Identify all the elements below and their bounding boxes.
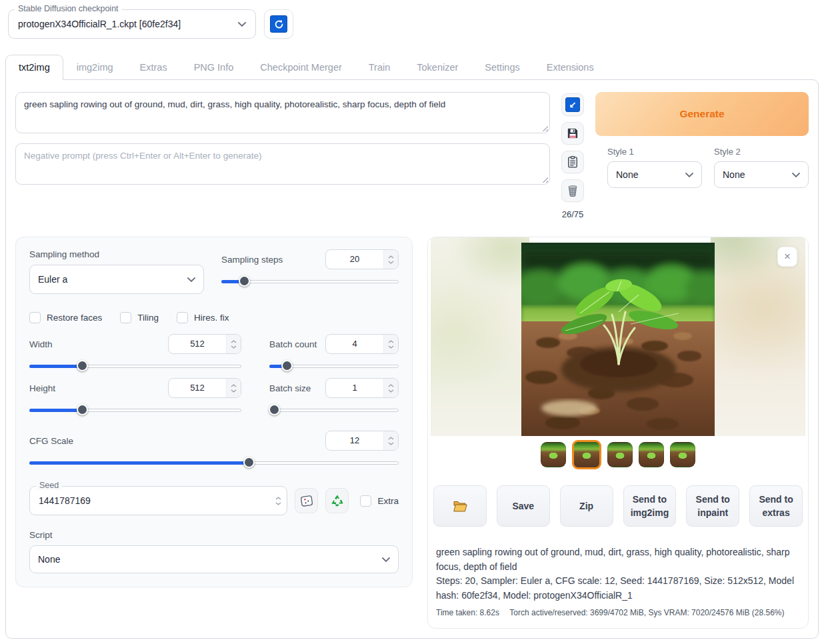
- seed-stepper[interactable]: [269, 497, 287, 505]
- batch-size-value: 1: [326, 379, 383, 397]
- output-panel: × Save Zip S: [427, 237, 809, 629]
- tab-train[interactable]: Train: [355, 55, 404, 80]
- slider-thumb[interactable]: [281, 360, 293, 371]
- cfg-scale-stepper[interactable]: [383, 431, 398, 450]
- refresh-checkpoint-button[interactable]: [264, 9, 293, 39]
- slider-thumb[interactable]: [269, 404, 280, 415]
- tab-extensions[interactable]: Extensions: [533, 55, 607, 80]
- restore-faces-checkbox[interactable]: Restore faces: [29, 312, 102, 323]
- gallery-thumbnail-3[interactable]: [607, 442, 633, 467]
- token-counter: 26/75: [562, 209, 584, 219]
- extra-label: Extra: [377, 496, 399, 506]
- batch-count-slider[interactable]: [269, 360, 399, 372]
- batch-size-slider[interactable]: [269, 404, 399, 416]
- cfg-scale-value: 12: [326, 431, 383, 450]
- save-button[interactable]: Save: [497, 485, 550, 527]
- slider-thumb[interactable]: [243, 457, 255, 468]
- tab-checkpoint-merger[interactable]: Checkpoint Merger: [247, 55, 355, 80]
- close-icon: ×: [784, 250, 791, 263]
- slider-thumb[interactable]: [239, 275, 250, 287]
- gallery-thumbnail-2-selected[interactable]: [572, 440, 601, 469]
- height-slider[interactable]: [29, 404, 241, 416]
- negative-prompt-input[interactable]: [15, 143, 550, 185]
- batch-size-stepper[interactable]: [383, 379, 398, 397]
- slider-track: [269, 409, 399, 412]
- send-to-extras-button[interactable]: Send to extras: [749, 485, 803, 527]
- sampling-steps-label: Sampling steps: [221, 255, 283, 265]
- style1-dropdown[interactable]: None: [607, 161, 702, 188]
- height-value: 512: [169, 379, 226, 397]
- chevron-down-icon: [792, 173, 800, 177]
- tab-png-info[interactable]: PNG Info: [181, 55, 247, 80]
- gallery-thumbnail-5[interactable]: [670, 442, 695, 467]
- close-gallery-button[interactable]: ×: [777, 247, 797, 267]
- batch-count-stepper[interactable]: [383, 335, 398, 353]
- width-slider[interactable]: [29, 360, 241, 372]
- tab-img2img[interactable]: img2img: [63, 55, 127, 80]
- apply-generation-params-button[interactable]: ↙: [561, 93, 584, 116]
- sampling-method-label: Sampling method: [29, 249, 204, 259]
- checkbox-icon: [120, 312, 131, 323]
- top-bar: Stable Diffusion checkpoint protogenX34O…: [8, 9, 819, 39]
- style2-dropdown[interactable]: None: [714, 161, 809, 188]
- gallery-thumbnail-4[interactable]: [639, 442, 664, 467]
- sampling-method-dropdown[interactable]: Euler a: [29, 265, 204, 294]
- floppy-disk-icon: [566, 127, 579, 140]
- checkbox-icon: [360, 495, 371, 507]
- result-gallery: ×: [428, 237, 808, 473]
- width-stepper[interactable]: [226, 335, 241, 353]
- checkbox-icon: [177, 312, 188, 323]
- generation-settings-panel: Sampling method Euler a Sampling steps 2…: [15, 237, 413, 587]
- hires-fix-checkbox[interactable]: Hires. fix: [177, 312, 229, 323]
- generate-button[interactable]: Generate: [595, 92, 809, 136]
- generated-image[interactable]: [521, 243, 715, 436]
- sampling-steps-stepper[interactable]: [383, 250, 398, 269]
- slider-thumb[interactable]: [77, 360, 88, 371]
- tab-tokenizer[interactable]: Tokenizer: [403, 55, 471, 80]
- clear-prompt-button[interactable]: [561, 179, 584, 202]
- height-stepper[interactable]: [226, 379, 241, 397]
- zip-button[interactable]: Zip: [560, 485, 613, 527]
- random-seed-button[interactable]: [295, 488, 318, 513]
- batch-size-input[interactable]: 1: [325, 378, 399, 398]
- sampling-steps-input[interactable]: 20: [325, 249, 399, 269]
- main-tab-bar: txt2img img2img Extras PNG Info Checkpoi…: [5, 55, 819, 79]
- checkpoint-label: Stable Diffusion checkpoint: [15, 4, 122, 13]
- cfg-scale-label: CFG Scale: [29, 436, 73, 446]
- height-label: Height: [29, 383, 55, 393]
- folder-icon: [452, 498, 468, 514]
- cfg-scale-input[interactable]: 12: [325, 431, 399, 451]
- slider-thumb[interactable]: [77, 404, 88, 415]
- width-value: 512: [169, 335, 226, 353]
- checkpoint-dropdown[interactable]: Stable Diffusion checkpoint protogenX34O…: [8, 9, 256, 39]
- hires-fix-label: Hires. fix: [194, 313, 229, 323]
- gallery-thumbnail-1[interactable]: [541, 442, 566, 467]
- tab-extras[interactable]: Extras: [127, 55, 181, 80]
- style1-label: Style 1: [607, 147, 702, 157]
- script-value: None: [38, 554, 60, 565]
- tiling-checkbox[interactable]: Tiling: [120, 312, 159, 323]
- tab-txt2img[interactable]: txt2img: [5, 55, 63, 80]
- extra-seed-checkbox[interactable]: Extra: [360, 495, 399, 507]
- save-style-button[interactable]: [561, 122, 584, 145]
- tab-settings[interactable]: Settings: [471, 55, 533, 80]
- width-input[interactable]: 512: [168, 334, 241, 354]
- batch-count-input[interactable]: 4: [325, 334, 399, 354]
- batch-count-label: Batch count: [269, 339, 317, 349]
- dice-icon: [299, 493, 314, 508]
- apply-style-button[interactable]: [561, 151, 584, 173]
- height-input[interactable]: 512: [168, 378, 241, 398]
- seed-input[interactable]: Seed 1441787169: [29, 486, 287, 515]
- open-folder-button[interactable]: [433, 485, 487, 527]
- refresh-icon: [270, 15, 287, 33]
- reuse-seed-button[interactable]: [325, 488, 349, 513]
- slider-fill: [29, 409, 83, 412]
- cfg-scale-slider[interactable]: [29, 457, 399, 469]
- style2-value: None: [723, 169, 745, 180]
- script-dropdown[interactable]: None: [29, 545, 399, 573]
- prompt-input[interactable]: green sapling rowing out of ground, mud,…: [15, 92, 550, 133]
- send-to-inpaint-button[interactable]: Send to inpaint: [686, 485, 739, 527]
- chevron-down-icon: [382, 557, 390, 562]
- sampling-steps-slider[interactable]: [221, 275, 399, 287]
- send-to-img2img-button[interactable]: Send to img2img: [623, 485, 677, 527]
